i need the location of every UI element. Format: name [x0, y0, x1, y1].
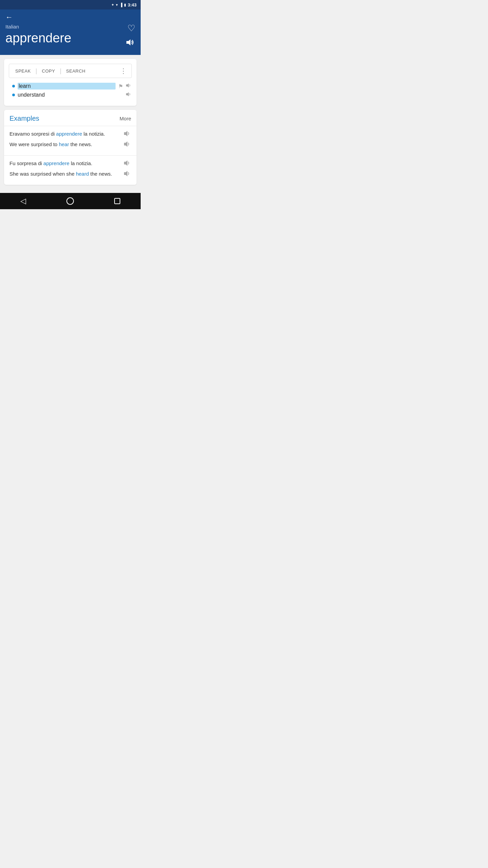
- highlight-hear: hear: [59, 141, 69, 147]
- examples-header: Examples More: [4, 110, 137, 126]
- meaning-item-2: understand: [12, 92, 132, 98]
- bullet-icon-1: [12, 85, 15, 87]
- example-english-row-2: She was surprised when she heard the new…: [9, 170, 131, 179]
- example-row-2: Fu sorpresa di apprendere la notizia. Sh…: [4, 155, 137, 185]
- example-italian-2: Fu sorpresa di apprendere la notizia.: [9, 160, 124, 167]
- meaning-text-2: understand: [18, 92, 123, 98]
- signal-icon: ▐: [120, 3, 122, 7]
- highlight-heard: heard: [76, 171, 89, 177]
- meaning-item-1: learn ⚑: [12, 83, 132, 90]
- bullet-icon-2: [12, 94, 15, 96]
- sound-button-english-1[interactable]: [124, 141, 131, 149]
- example-row-1: Eravamo sorpresi di apprendere la notizi…: [4, 126, 137, 155]
- example-english-row-1: We were surprised to hear the news.: [9, 141, 131, 149]
- action-buttons-row: SPEAK | COPY | SEARCH ⋮: [9, 64, 132, 78]
- sound-button-english-2[interactable]: [124, 170, 131, 179]
- highlight-apprendere-1: apprendere: [56, 131, 82, 137]
- svg-marker-5: [124, 160, 127, 166]
- status-icons: ✦ ▾ ▐ ▮ 3:43: [111, 2, 137, 7]
- highlight-apprendere-2: apprendere: [43, 160, 69, 166]
- search-button[interactable]: SEARCH: [63, 66, 89, 76]
- more-link[interactable]: More: [120, 116, 131, 121]
- sound-svg-1: [126, 83, 132, 88]
- meaning-text-1: learn: [18, 83, 116, 90]
- action-card: SPEAK | COPY | SEARCH ⋮ learn ⚑: [4, 59, 137, 106]
- volume-icon-header: [126, 38, 135, 46]
- svg-marker-2: [126, 92, 129, 96]
- word-title: apprendere: [5, 31, 135, 45]
- example-italian-row-1: Eravamo sorpresi di apprendere la notizi…: [9, 130, 131, 139]
- sound-icon-2[interactable]: [126, 92, 132, 98]
- flag-icon-1[interactable]: ⚑: [118, 83, 123, 90]
- sound-icon-1[interactable]: [126, 83, 132, 90]
- sound-svg-italian-2: [124, 160, 131, 166]
- back-button[interactable]: ←: [5, 13, 13, 22]
- status-bar: ✦ ▾ ▐ ▮ 3:43: [0, 0, 141, 9]
- svg-marker-0: [126, 39, 130, 45]
- meaning-icons-2: [126, 92, 132, 98]
- svg-marker-4: [124, 141, 127, 147]
- bottom-nav: ◁: [0, 193, 141, 209]
- copy-button[interactable]: COPY: [39, 66, 59, 76]
- main-content: SPEAK | COPY | SEARCH ⋮ learn ⚑: [0, 55, 141, 189]
- favorite-button[interactable]: ♡: [127, 23, 135, 34]
- back-nav-button[interactable]: ◁: [20, 197, 26, 205]
- svg-marker-6: [124, 171, 127, 176]
- divider-1: |: [36, 67, 37, 75]
- sound-svg-2: [126, 92, 132, 97]
- sound-button-italian-2[interactable]: [124, 160, 131, 168]
- wifi-icon: ▾: [116, 3, 118, 7]
- example-italian-1: Eravamo sorpresi di apprendere la notizi…: [9, 130, 124, 137]
- example-english-1: We were surprised to hear the news.: [9, 141, 124, 148]
- bluetooth-icon: ✦: [111, 3, 114, 7]
- home-nav-button[interactable]: [66, 197, 74, 205]
- recent-nav-button[interactable]: [114, 198, 120, 204]
- language-label: Italian: [5, 24, 135, 29]
- header: ← Italian apprendere ♡: [0, 9, 141, 55]
- meanings-list: learn ⚑ understand: [9, 83, 132, 98]
- example-italian-row-2: Fu sorpresa di apprendere la notizia.: [9, 160, 131, 168]
- status-time: 3:43: [128, 2, 137, 7]
- battery-icon: ▮: [124, 3, 126, 7]
- divider-2: |: [60, 67, 61, 75]
- svg-marker-3: [124, 131, 127, 136]
- sound-svg-italian-1: [124, 130, 131, 137]
- sound-svg-english-2: [124, 170, 131, 177]
- examples-title: Examples: [9, 115, 39, 122]
- svg-marker-1: [126, 83, 129, 87]
- more-button[interactable]: ⋮: [118, 65, 129, 76]
- examples-card: Examples More Eravamo sorpresi di appren…: [4, 110, 137, 185]
- sound-svg-english-1: [124, 141, 131, 147]
- volume-button-header[interactable]: [126, 38, 135, 49]
- meaning-icons-1: ⚑: [118, 83, 132, 90]
- sound-button-italian-1[interactable]: [124, 130, 131, 139]
- speak-button[interactable]: SPEAK: [12, 66, 34, 76]
- example-english-2: She was surprised when she heard the new…: [9, 170, 124, 177]
